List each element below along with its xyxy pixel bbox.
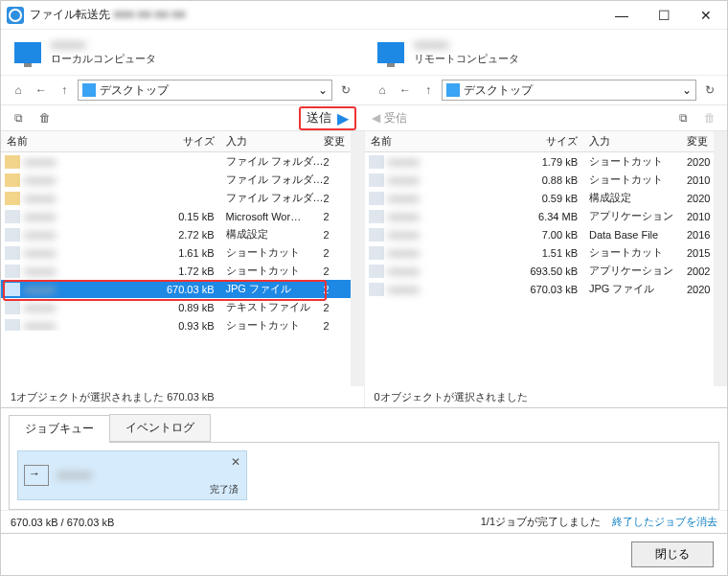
remote-file-pane: 名前 サイズ 入力 変更 ■■■■■1.79 kBショートカット2020■■■■… (365, 131, 728, 407)
local-status: 1オブジェクトが選択されました 670.03 kB (1, 386, 364, 407)
file-row[interactable]: ■■■■■1.51 kBショートカット2015 (365, 243, 715, 262)
file-date: 2 (324, 284, 351, 295)
app-logo-icon (7, 7, 24, 24)
scrollbar[interactable] (351, 131, 364, 386)
file-size: 0.15 kB (157, 211, 222, 222)
file-row[interactable]: ■■■■■0.89 kBテキストファイル2 (1, 298, 351, 316)
job-progress: 1/1ジョブが完了しました (481, 515, 601, 529)
file-size: 1.51 kB (520, 247, 585, 259)
file-icon (5, 246, 20, 260)
file-row[interactable]: ■■■■■693.50 kBアプリケーション2002 (365, 262, 715, 280)
file-type: ショートカット (222, 245, 324, 260)
chevron-down-icon[interactable]: ⌄ (318, 83, 328, 97)
column-date[interactable]: 変更 (687, 134, 714, 149)
local-file-pane: 名前 サイズ 入力 変更 ■■■■■ファイル フォルダ…2■■■■■ファイル フ… (1, 131, 365, 407)
file-type: アプリケーション (585, 264, 687, 278)
close-button[interactable]: 閉じる (631, 541, 714, 567)
file-row[interactable]: ■■■■■0.59 kB構成設定2020 (365, 189, 715, 207)
home-button[interactable]: ⌂ (9, 81, 28, 100)
file-icon (369, 173, 384, 187)
tab-event-log[interactable]: イベントログ (109, 414, 211, 442)
file-icon (5, 301, 20, 314)
file-row[interactable]: ■■■■■ファイル フォルダ…2 (1, 189, 351, 207)
file-type: JPG ファイル (585, 282, 687, 296)
file-icon (5, 319, 20, 332)
file-icon (369, 283, 384, 296)
file-size: 1.61 kB (157, 247, 222, 259)
file-date: 2015 (687, 247, 714, 259)
clear-completed-link[interactable]: 終了したジョブを消去 (612, 515, 717, 529)
file-row[interactable]: ■■■■■670.03 kBJPG ファイル2020 (365, 280, 715, 298)
chevron-down-icon[interactable]: ⌄ (682, 83, 692, 97)
refresh-button[interactable]: ↻ (700, 83, 719, 97)
column-size[interactable]: サイズ (520, 134, 585, 149)
job-close-button[interactable]: ✕ (231, 455, 240, 469)
file-type: ショートカット (222, 318, 324, 331)
delete-button[interactable]: 🗑 (700, 108, 719, 127)
file-type: ファイル フォルダ… (222, 173, 324, 187)
column-type[interactable]: 入力 (585, 134, 687, 149)
file-name: ■■■■■ (24, 229, 157, 241)
job-filename: ■■■■■ (57, 469, 91, 482)
close-window-button[interactable]: ✕ (685, 1, 727, 30)
refresh-button[interactable]: ↻ (336, 83, 355, 97)
maximize-button[interactable]: ☐ (643, 1, 685, 30)
local-path-input[interactable]: デスクトップ ⌄ (78, 80, 332, 101)
local-path-text: デスクトップ (100, 82, 169, 99)
up-button[interactable]: ↑ (419, 81, 438, 100)
file-row[interactable]: ■■■■■2.72 kB構成設定2 (1, 225, 351, 243)
file-name: ■■■■■ (388, 265, 521, 277)
file-icon (5, 283, 20, 296)
file-row[interactable]: ■■■■■ファイル フォルダ…2 (1, 152, 351, 171)
file-row[interactable]: ■■■■■0.88 kBショートカット2010 (365, 171, 715, 189)
tab-job-queue[interactable]: ジョブキュー (9, 415, 110, 443)
column-name[interactable]: 名前 (365, 134, 521, 149)
file-name: ■■■■■ (24, 302, 157, 313)
remote-path-input[interactable]: デスクトップ ⌄ (442, 80, 696, 101)
file-row[interactable]: ■■■■■1.79 kBショートカット2020 (365, 152, 715, 171)
file-name: ■■■■■ (24, 247, 157, 259)
receive-button[interactable]: ◀ 受信 (372, 110, 407, 127)
file-type: ショートカット (585, 173, 687, 187)
monitor-icon (377, 42, 404, 63)
file-icon (369, 265, 384, 278)
file-type: アプリケーション (585, 209, 687, 223)
column-date[interactable]: 変更 (324, 134, 351, 149)
file-name: ■■■■■ (388, 247, 521, 259)
file-date: 2010 (687, 174, 714, 186)
back-button[interactable]: ← (396, 81, 415, 100)
file-row[interactable]: ■■■■■6.34 MBアプリケーション2010 (365, 207, 715, 225)
file-row[interactable]: ■■■■■1.72 kBショートカット2 (1, 262, 351, 280)
remote-computer-name: ■■■■■ (414, 38, 519, 52)
file-row[interactable]: ■■■■■7.00 kBData Base File2016 (365, 225, 715, 243)
file-row[interactable]: ■■■■■ファイル フォルダ…2 (1, 171, 351, 189)
file-row[interactable]: ■■■■■1.61 kBショートカット2 (1, 243, 351, 262)
home-button[interactable]: ⌂ (373, 81, 392, 100)
up-button[interactable]: ↑ (55, 81, 74, 100)
new-folder-button[interactable]: ⧉ (9, 108, 28, 127)
file-row[interactable]: ■■■■■0.15 kBMicrosoft Wor…2 (1, 207, 351, 225)
file-name: ■■■■■ (388, 156, 521, 168)
window-title: ファイル転送先 ■■■ ■■ ■■ ■■ (30, 7, 186, 23)
file-name: ■■■■■ (24, 174, 157, 186)
job-card[interactable]: ■■■■■ ✕ 完了済 (17, 450, 247, 500)
file-type: ショートカット (222, 264, 324, 278)
minimize-button[interactable]: — (601, 1, 643, 30)
file-row[interactable]: ■■■■■0.93 kBショートカット2 (1, 316, 351, 331)
file-size: 6.34 MB (520, 211, 585, 222)
new-folder-button[interactable]: ⧉ (673, 108, 693, 127)
back-button[interactable]: ← (32, 81, 51, 100)
column-type[interactable]: 入力 (222, 134, 324, 149)
file-icon (369, 192, 384, 205)
scrollbar[interactable] (714, 131, 727, 386)
send-arrow-icon: ▶ (337, 109, 349, 127)
file-name: ■■■■■ (24, 193, 157, 204)
file-row[interactable]: ■■■■■670.03 kBJPG ファイル2 (1, 280, 351, 298)
column-size[interactable]: サイズ (157, 134, 222, 149)
file-size: 2.72 kB (157, 229, 222, 241)
column-name[interactable]: 名前 (1, 134, 157, 149)
receive-label: 受信 (384, 110, 407, 127)
send-button[interactable]: 送信 ▶ (299, 106, 356, 130)
delete-button[interactable]: 🗑 (35, 108, 55, 127)
file-name: ■■■■■ (24, 284, 157, 295)
